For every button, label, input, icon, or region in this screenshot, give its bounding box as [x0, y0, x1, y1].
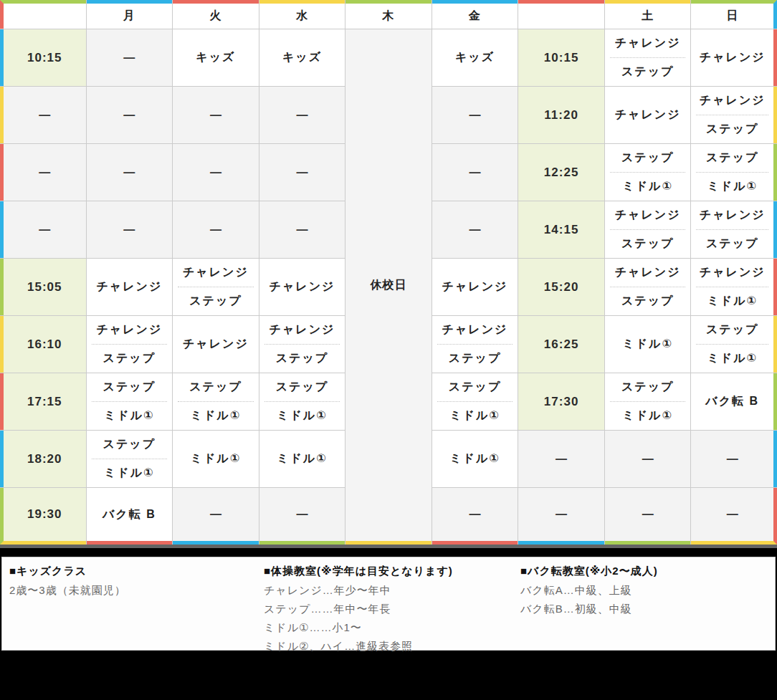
day-header-cell: 水: [259, 0, 345, 29]
time-label: 10:15: [518, 29, 604, 86]
time-label: 16:25: [518, 316, 604, 373]
class-label: ステップ: [696, 230, 768, 258]
class-label: ステップ: [610, 144, 686, 173]
class-cell: ステップミドル①: [87, 431, 173, 487]
empty-cell: —: [518, 488, 604, 545]
time-cell: 12:25: [518, 144, 604, 201]
legend-bakuten-line: バク転A…中級、上級: [520, 581, 768, 600]
no-class-dash: —: [87, 144, 173, 201]
class-label: ミドル①: [696, 287, 768, 315]
time-cell: 17:15: [0, 373, 86, 430]
empty-cell: —: [173, 488, 259, 545]
time-label: 11:20: [518, 87, 604, 143]
time-cell: 17:30: [518, 373, 604, 430]
class-label: チャレンジ: [437, 316, 513, 345]
class-label: ステップ: [264, 373, 340, 402]
class-label: バク転 B: [691, 373, 773, 430]
empty-cell: —: [87, 201, 173, 258]
class-cell: バク転 B: [87, 488, 173, 545]
empty-cell: —: [0, 144, 86, 201]
empty-cell: —: [87, 144, 173, 201]
day-header-label: 火: [173, 4, 259, 29]
class-label: ステップ: [610, 373, 686, 402]
day-header-cell: 火: [173, 0, 259, 29]
time-cell: 15:20: [518, 259, 604, 315]
no-class-dash: —: [87, 201, 173, 258]
no-class-dash: —: [173, 87, 259, 143]
day-header-cell: 土: [605, 0, 691, 29]
legend-taiso-line: ステップ……年中〜年長: [264, 600, 520, 618]
class-cell: ステップミドル①: [432, 373, 518, 430]
class-cell: チャレンジステップ: [691, 201, 777, 258]
time-header-cell: [518, 0, 604, 29]
holiday-cell: 休校日: [345, 29, 432, 545]
day-header-cell: 木: [345, 0, 432, 29]
class-label: ステップ: [264, 345, 340, 373]
no-class-dash: —: [173, 144, 259, 201]
legend-bakuten-class: ■バク転教室(※小2〜成人) バク転A…中級、上級 バク転B…初級、中級: [520, 562, 768, 645]
weekly-schedule-table: 月火水木金土日休校日10:15—キッズキッズキッズ10:15チャレンジステップチ…: [0, 0, 777, 545]
class-label: キッズ: [259, 29, 345, 86]
legend-taiso-line: ミドル②、ハイ…進級表参照: [264, 637, 520, 656]
legend-taiso-class: ■体操教室(※学年は目安となります) チャレンジ…年少〜年中 ステップ……年中〜…: [264, 562, 520, 645]
day-header-label: [4, 4, 86, 29]
class-label: バク転 B: [87, 488, 173, 541]
no-class-dash: —: [605, 488, 691, 541]
legend-taiso-line: ミドル①……小1〜: [264, 618, 520, 637]
class-label: チャレンジ: [605, 87, 691, 143]
class-cell: ステップミドル①: [691, 144, 777, 201]
legend-kids-title: ■キッズクラス: [9, 562, 264, 580]
holiday-label: 休校日: [345, 29, 432, 541]
no-class-dash: —: [173, 488, 259, 541]
no-class-dash: —: [691, 431, 773, 487]
no-class-dash: —: [4, 201, 86, 258]
class-label: ステップ: [696, 115, 768, 143]
no-class-dash: —: [432, 87, 518, 143]
empty-cell: —: [259, 201, 345, 258]
empty-cell: —: [605, 488, 691, 545]
empty-cell: —: [173, 201, 259, 258]
time-cell: 15:05: [0, 259, 86, 315]
time-label: 17:15: [4, 373, 86, 430]
empty-cell: —: [605, 431, 691, 487]
class-label: チャレンジ: [696, 201, 768, 230]
class-cell: チャレンジ: [173, 316, 259, 373]
empty-cell: —: [259, 87, 345, 143]
class-label: チャレンジ: [610, 29, 686, 58]
legend-bakuten-title: ■バク転教室(※小2〜成人): [520, 562, 768, 580]
class-label: ミドル①: [610, 402, 686, 430]
class-label: キッズ: [173, 29, 259, 86]
class-label: チャレンジ: [92, 316, 168, 345]
legend-kids-class: ■キッズクラス 2歳〜3歳（未就園児）: [9, 562, 264, 645]
class-cell: チャレンジステップ: [173, 259, 259, 315]
legend-bakuten-line: バク転B…初級、中級: [520, 600, 768, 618]
day-header-cell: 日: [691, 0, 777, 29]
class-cell: ステップミドル①: [87, 373, 173, 430]
class-label: ステップ: [610, 58, 686, 86]
no-class-dash: —: [432, 144, 518, 201]
time-cell: 18:20: [0, 431, 86, 487]
class-label: ステップ: [696, 316, 768, 345]
empty-cell: —: [173, 87, 259, 143]
day-header-cell: 金: [432, 0, 518, 29]
day-header-label: 水: [259, 4, 345, 29]
class-label: チャレンジ: [691, 29, 773, 86]
class-label: ミドル①: [610, 173, 686, 201]
day-header-label: 金: [432, 4, 518, 29]
empty-cell: —: [259, 144, 345, 201]
no-class-dash: —: [259, 87, 345, 143]
class-label: ステップ: [178, 287, 254, 315]
class-label: ステップ: [92, 373, 168, 402]
empty-cell: —: [259, 488, 345, 545]
legend-panel: ■キッズクラス 2歳〜3歳（未就園児） ■体操教室(※学年は目安となります) チ…: [1, 557, 776, 651]
class-cell: チャレンジステップ: [259, 316, 345, 373]
no-class-dash: —: [432, 488, 518, 541]
class-cell: バク転 B: [691, 373, 777, 430]
class-label: ミドル①: [178, 402, 254, 430]
class-label: キッズ: [432, 29, 518, 86]
day-header-label: 木: [345, 4, 432, 29]
class-cell: キッズ: [432, 29, 518, 86]
class-cell: ステップミドル①: [605, 144, 691, 201]
day-header-cell: 月: [87, 0, 173, 29]
time-label: 17:30: [518, 373, 604, 430]
